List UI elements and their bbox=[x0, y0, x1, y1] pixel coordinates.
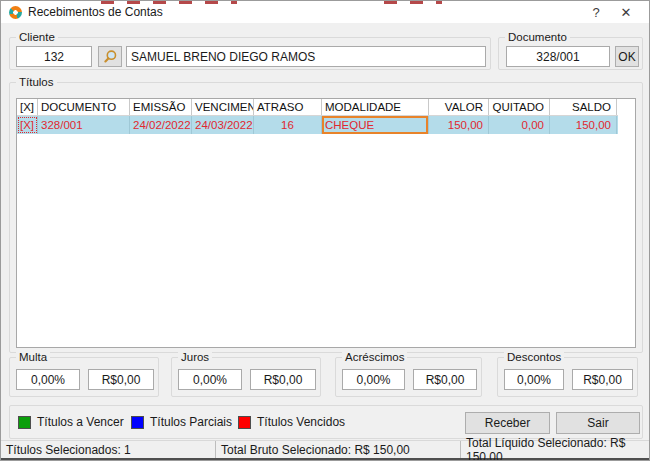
window-title: Recebimentos de Contas bbox=[28, 5, 581, 19]
header-cell-atraso: ATRASO bbox=[254, 99, 322, 115]
cliente-label: Cliente bbox=[16, 30, 58, 44]
background-artifact bbox=[384, 1, 442, 4]
legend-a-vencer-label: Títulos a Vencer bbox=[37, 415, 124, 429]
documento-groupbox: Documento OK bbox=[498, 37, 643, 70]
legend-item-vencidos: Títulos Vencidos bbox=[238, 415, 345, 429]
search-client-button[interactable] bbox=[98, 46, 122, 67]
header-cell-modalidade: MODALIDADE bbox=[322, 99, 429, 115]
table-row[interactable]: [X] 328/001 24/02/2022 24/03/2022 16 CHE… bbox=[17, 116, 618, 134]
multa-label: Multa bbox=[16, 350, 50, 364]
header-cell-quitado: QUITADO bbox=[489, 99, 550, 115]
title-bar: Recebimentos de Contas ? ✕ bbox=[1, 1, 649, 23]
status-bar: Títulos Selecionados: 1 Total Bruto Sele… bbox=[1, 440, 649, 460]
row-valor-cell[interactable]: 150,00 bbox=[429, 116, 489, 134]
juros-percent-input[interactable] bbox=[178, 369, 242, 390]
header-cell-vencimento: VENCIMENTO bbox=[192, 99, 254, 115]
descontos-groupbox: Descontos bbox=[497, 357, 638, 397]
row-atraso-cell[interactable]: 16 bbox=[254, 116, 322, 134]
documento-input[interactable] bbox=[506, 46, 610, 67]
row-emissao-cell[interactable]: 24/02/2022 bbox=[130, 116, 192, 134]
documento-label: Documento bbox=[505, 30, 570, 44]
row-modalidade-cell[interactable]: CHEQUE bbox=[322, 116, 429, 134]
row-saldo-cell[interactable]: 150,00 bbox=[550, 116, 617, 134]
legend-vencidos-label: Títulos Vencidos bbox=[257, 415, 345, 429]
sair-button[interactable]: Sair bbox=[556, 412, 640, 434]
row-vencimento-cell[interactable]: 24/03/2022 bbox=[192, 116, 254, 134]
header-cell-emissao: EMISSÃO bbox=[130, 99, 192, 115]
ok-button[interactable]: OK bbox=[615, 46, 639, 67]
cliente-groupbox: Cliente bbox=[9, 37, 491, 70]
titulos-grid: [X] DOCUMENTO EMISSÃO VENCIMENTO ATRASO … bbox=[16, 98, 636, 348]
header-cell-selected: [X] bbox=[17, 99, 38, 115]
descontos-percent-input[interactable] bbox=[504, 369, 564, 390]
row-checkbox-cell[interactable]: [X] bbox=[17, 116, 38, 134]
acrescimos-groupbox: Acréscimos bbox=[335, 357, 482, 397]
descontos-label: Descontos bbox=[504, 350, 564, 364]
juros-amount-input[interactable] bbox=[250, 369, 316, 390]
app-logo-icon bbox=[9, 6, 22, 19]
header-cell-valor: VALOR bbox=[429, 99, 489, 115]
status-total-bruto: Total Bruto Selecionado: R$ 150,00 bbox=[216, 441, 461, 458]
row-quitado-cell[interactable]: 0,00 bbox=[489, 116, 550, 134]
receber-button[interactable]: Receber bbox=[465, 412, 550, 434]
row-documento-cell[interactable]: 328/001 bbox=[38, 116, 130, 134]
titulos-label: Títulos bbox=[16, 75, 57, 89]
status-total-liquido: Total Líquido Selecionado: R$ 150,00 bbox=[461, 441, 649, 458]
juros-label: Juros bbox=[178, 350, 212, 364]
cliente-name-input[interactable] bbox=[126, 46, 486, 67]
close-button[interactable]: ✕ bbox=[611, 5, 641, 20]
titulos-groupbox: Títulos [X] DOCUMENTO EMISSÃO VENCIMENTO… bbox=[9, 82, 643, 353]
acrescimos-label: Acréscimos bbox=[342, 350, 407, 364]
status-titulos-selecionados: Títulos Selecionados: 1 bbox=[1, 441, 216, 458]
grid-header-row: [X] DOCUMENTO EMISSÃO VENCIMENTO ATRASO … bbox=[17, 99, 618, 116]
green-swatch-icon bbox=[18, 416, 31, 429]
descontos-amount-input[interactable] bbox=[572, 369, 633, 390]
recebimentos-de-contas-window: Recebimentos de Contas ? ✕ Cliente Docum… bbox=[0, 0, 650, 461]
multa-percent-input[interactable] bbox=[16, 369, 80, 390]
cliente-code-input[interactable] bbox=[16, 46, 92, 67]
background-artifact bbox=[101, 1, 237, 4]
red-swatch-icon bbox=[238, 416, 251, 429]
acrescimos-percent-input[interactable] bbox=[342, 369, 405, 390]
multa-groupbox: Multa bbox=[9, 357, 159, 397]
legend-actions-panel: Títulos a Vencer Títulos Parciais Título… bbox=[9, 405, 643, 439]
blue-swatch-icon bbox=[131, 416, 144, 429]
legend-item-a-vencer: Títulos a Vencer bbox=[18, 415, 124, 429]
magnifier-icon bbox=[103, 49, 118, 64]
header-cell-documento: DOCUMENTO bbox=[38, 99, 130, 115]
juros-groupbox: Juros bbox=[171, 357, 321, 397]
legend-item-parciais: Títulos Parciais bbox=[131, 415, 232, 429]
help-button[interactable]: ? bbox=[581, 5, 611, 20]
multa-amount-input[interactable] bbox=[88, 369, 154, 390]
acrescimos-amount-input[interactable] bbox=[413, 369, 477, 390]
header-cell-saldo: SALDO bbox=[550, 99, 617, 115]
legend-parciais-label: Títulos Parciais bbox=[150, 415, 232, 429]
